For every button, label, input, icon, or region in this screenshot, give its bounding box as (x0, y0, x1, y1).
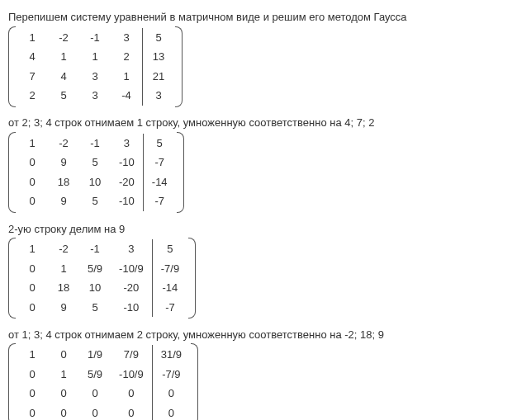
matrix-cell: 10 (79, 172, 111, 192)
paren-left-icon (8, 26, 16, 107)
table-row: 0 1 5/9 -10/9 -7/9 (17, 365, 190, 385)
matrix-cell: 0 (111, 384, 152, 403)
matrix-cell: 0 (17, 298, 48, 318)
matrix-cell: 4 (48, 67, 79, 87)
table-row: 0 18 10 -20 -14 (17, 172, 176, 192)
paren-right-icon (188, 238, 196, 319)
step-text-1: Перепишем систему уравнений в матричном … (8, 10, 523, 25)
matrix-cell: 3 (111, 239, 152, 259)
step-text-4: от 1; 3; 4 строк отнимаем 2 строку, умно… (8, 328, 523, 342)
matrix-cell: 1/9 (79, 345, 111, 365)
matrix-cell: 9 (48, 153, 79, 172)
matrix-cell: -20 (111, 172, 143, 192)
matrix-cell: 0 (79, 403, 111, 420)
paren-left-icon (8, 238, 16, 319)
matrix-cell: -20 (111, 278, 152, 298)
matrix-cell: 1 (111, 67, 143, 87)
matrix-cell: 1 (48, 365, 79, 385)
matrix-cell-aug: 31/9 (152, 345, 190, 365)
matrix-4: 1 0 1/9 7/9 31/9 0 1 5/9 -10/9 -7/9 0 0 … (8, 345, 198, 420)
matrix-cell: 1 (17, 134, 48, 153)
matrix-cell: 4 (17, 47, 48, 67)
step-text-3: 2-ую строку делим на 9 (8, 222, 523, 237)
matrix-cell: 7 (17, 67, 48, 87)
matrix-1: 1 -2 -1 3 5 4 1 1 2 13 7 4 3 1 21 2 5 3 … (8, 28, 183, 106)
matrix-cell-aug: -7 (143, 153, 175, 172)
matrix-cell: 3 (111, 28, 143, 48)
matrix-cell: -1 (79, 28, 111, 48)
matrix-cell: 7/9 (111, 345, 152, 365)
table-row: 2 5 3 -4 3 (17, 86, 174, 106)
matrix-cell: 18 (48, 278, 79, 298)
matrix-cell: 0 (17, 365, 48, 385)
matrix-cell: 3 (79, 67, 111, 87)
matrix-cell: 18 (48, 172, 79, 192)
matrix-cell-aug: 0 (152, 403, 190, 420)
matrix-cell-aug: -7/9 (152, 259, 187, 279)
matrix-cell: 1 (48, 259, 79, 279)
matrix-cell: 1 (79, 47, 111, 67)
paren-right-icon (175, 26, 183, 107)
matrix-cell-aug: 21 (143, 67, 175, 87)
table-row: 0 0 0 0 0 (17, 384, 190, 403)
matrix-cell: 3 (79, 86, 111, 106)
paren-left-icon (8, 343, 16, 420)
matrix-cell-aug: 5 (143, 28, 175, 48)
matrix-cell: 2 (111, 47, 143, 67)
matrix-cell: 0 (17, 384, 48, 403)
matrix-cell: 5/9 (79, 365, 111, 385)
table-row: 7 4 3 1 21 (17, 67, 174, 87)
matrix-cell: 1 (17, 239, 48, 259)
table-row: 0 0 0 0 0 (17, 403, 190, 420)
matrix-cell-aug: -14 (152, 278, 187, 298)
matrix-cell: 2 (17, 86, 48, 106)
matrix-cell-aug: -7 (152, 298, 187, 318)
table-row: 1 -2 -1 3 5 (17, 134, 176, 153)
table-row: 0 18 10 -20 -14 (17, 278, 187, 298)
matrix-cell: 10 (79, 278, 111, 298)
matrix-cell: -10/9 (111, 259, 152, 279)
matrix-cell: -10 (111, 191, 143, 211)
matrix-cell-aug: 5 (143, 134, 175, 153)
matrix-cell-aug: -7 (143, 191, 175, 211)
matrix-cell: 0 (17, 259, 48, 279)
matrix-cell: -10/9 (111, 365, 152, 385)
matrix-cell: 1 (17, 345, 48, 365)
matrix-cell: 9 (48, 191, 79, 211)
table-row: 4 1 1 2 13 (17, 47, 174, 67)
matrix-cell-aug: 3 (143, 86, 175, 106)
matrix-cell-aug: -7/9 (152, 365, 190, 385)
matrix-cell: 0 (48, 384, 79, 403)
matrix-cell: 0 (79, 384, 111, 403)
matrix-cell: -4 (111, 86, 143, 106)
matrix-cell: 0 (17, 153, 48, 172)
matrix-cell: 0 (17, 278, 48, 298)
matrix-cell: 0 (48, 345, 79, 365)
matrix-cell: 5 (48, 86, 79, 106)
table-row: 1 -2 -1 3 5 (17, 239, 187, 259)
matrix-cell: 0 (17, 191, 48, 211)
matrix-cell: -10 (111, 153, 143, 172)
matrix-cell: 5 (79, 298, 111, 318)
matrix-cell: 1 (17, 28, 48, 48)
table-row: 0 9 5 -10 -7 (17, 298, 187, 318)
matrix-cell-aug: 5 (152, 239, 187, 259)
matrix-cell-aug: -14 (143, 172, 175, 192)
matrix-cell: 3 (111, 134, 143, 153)
paren-left-icon (8, 132, 16, 213)
matrix-2: 1 -2 -1 3 5 0 9 5 -10 -7 0 18 10 -20 -14… (8, 134, 184, 211)
matrix-cell: 5 (79, 191, 111, 211)
matrix-cell: 0 (48, 403, 79, 420)
matrix-cell: -2 (48, 134, 79, 153)
paren-right-icon (177, 132, 184, 213)
table-row: 0 9 5 -10 -7 (17, 191, 176, 211)
matrix-cell: -2 (48, 28, 79, 48)
matrix-cell: -1 (79, 134, 111, 153)
matrix-cell-aug: 13 (143, 47, 175, 67)
matrix-cell: 0 (17, 403, 48, 420)
matrix-cell: 9 (48, 298, 79, 318)
matrix-cell: -10 (111, 298, 152, 318)
matrix-cell-aug: 0 (152, 384, 190, 403)
matrix-cell: 5 (79, 153, 111, 172)
table-row: 0 1 5/9 -10/9 -7/9 (17, 259, 187, 279)
